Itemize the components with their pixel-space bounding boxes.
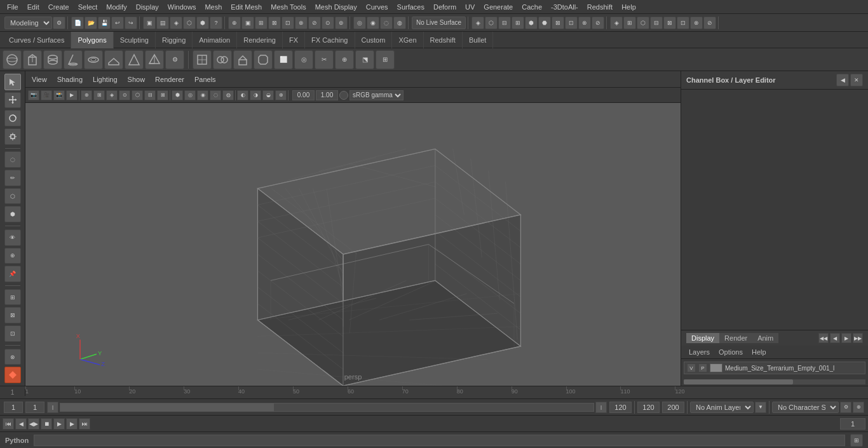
rt3-btn[interactable]: ⬡ <box>637 17 649 29</box>
cb-close-btn[interactable]: ✕ <box>850 74 863 86</box>
frame-next-btn[interactable]: ▶ <box>66 418 78 430</box>
vp-motion-btn[interactable]: ⊠ <box>157 90 168 100</box>
tab-sculpting[interactable]: Sculpting <box>114 32 156 48</box>
anim-end-input[interactable]: 200 <box>662 402 684 413</box>
extra2-btn[interactable]: ⬡ <box>485 17 498 29</box>
menu-mesh-tools[interactable]: Mesh Tools <box>266 2 310 12</box>
vp-subdiv-btn[interactable]: ⬢ <box>172 90 183 100</box>
timeline-track[interactable]: 1102030405060708090100110120 <box>25 386 681 399</box>
layer-opt-options[interactable]: Options <box>715 347 747 357</box>
range-end-input[interactable]: 120 <box>609 402 632 413</box>
new-scene-btn[interactable]: 📄 <box>71 17 84 29</box>
vp-cam2-btn[interactable]: 🎥 <box>41 90 52 100</box>
shelf-bridge-btn[interactable]: ⬜ <box>274 50 293 69</box>
quick-layout-btn[interactable]: ⊞ <box>4 289 21 306</box>
menu-generate[interactable]: Generate <box>479 2 517 12</box>
shelf-cube-btn[interactable] <box>23 50 42 69</box>
layer-prev-btn[interactable]: ◀◀ <box>818 333 829 343</box>
vp-colorspace-select[interactable]: sRGB gamma <box>349 90 403 100</box>
script-editor-expand-btn[interactable]: ⊞ <box>850 434 863 447</box>
tab-polygons[interactable]: Polygons <box>71 32 113 48</box>
shelf-gear-btn[interactable]: ⚙ <box>165 50 184 69</box>
vp-menu-renderer[interactable]: Renderer <box>151 74 188 85</box>
menu-display[interactable]: Display <box>132 2 163 12</box>
tab-fx[interactable]: FX <box>283 32 305 48</box>
vp-menu-view[interactable]: View <box>28 74 51 85</box>
shelf-extrude-btn[interactable] <box>233 50 252 69</box>
menu-file[interactable]: File <box>3 2 23 12</box>
vp-cam3-btn[interactable]: 📸 <box>53 90 65 100</box>
char-set-extra-btn[interactable]: ⊕ <box>853 402 864 413</box>
shelf-bevel-btn[interactable] <box>254 50 273 69</box>
tab-curves-surfaces[interactable]: Curves / Surfaces <box>3 32 71 48</box>
layer-tab-render[interactable]: Render <box>719 333 752 343</box>
menu-windows[interactable]: Windows <box>163 2 201 12</box>
sel6-btn[interactable]: ? <box>210 17 222 29</box>
shelf-combine-btn[interactable] <box>213 50 232 69</box>
marquee-btn[interactable]: ⬢ <box>4 206 21 222</box>
snap1-btn[interactable]: ⊕ <box>228 17 241 29</box>
open-btn[interactable]: 📂 <box>85 17 97 29</box>
range-start-marker[interactable]: | <box>47 402 58 413</box>
extra1-btn[interactable]: ◈ <box>471 17 484 29</box>
redo-btn[interactable]: ↪ <box>125 17 137 29</box>
show-hide-btn[interactable]: 👁 <box>4 229 21 246</box>
shelf-cone-btn[interactable] <box>64 50 83 69</box>
range-track[interactable] <box>60 403 594 412</box>
menu-edit-mesh[interactable]: Edit Mesh <box>226 2 266 12</box>
vp-anim-btn[interactable]: ▶ <box>66 90 78 100</box>
menu-mesh[interactable]: Mesh <box>200 2 226 12</box>
extra7-btn[interactable]: ⊠ <box>552 17 564 29</box>
vp-menu-panels[interactable]: Panels <box>191 74 220 85</box>
vp-grid-vis-btn[interactable]: ⊟ <box>144 90 156 100</box>
vp-menu-shading[interactable]: Shading <box>53 74 86 85</box>
extra6-btn[interactable]: ⬣ <box>538 17 551 29</box>
tab-redshift[interactable]: Redshift <box>424 32 463 48</box>
rt1-btn[interactable]: ◈ <box>610 17 623 29</box>
menu-surfaces[interactable]: Surfaces <box>393 2 429 12</box>
rt6-btn[interactable]: ⊡ <box>677 17 689 29</box>
play-fwd-btn[interactable]: ▶ <box>53 418 65 430</box>
tab-animation[interactable]: Animation <box>193 32 237 48</box>
layer-tab-display[interactable]: Display <box>686 333 719 343</box>
vp-select-btn[interactable]: ◈ <box>106 90 118 100</box>
vp-ao-btn[interactable]: ◑ <box>250 90 261 100</box>
snap-btn[interactable]: ⊕ <box>4 248 21 264</box>
tab-rendering[interactable]: Rendering <box>237 32 283 48</box>
shelf-torus-btn[interactable] <box>84 50 103 69</box>
rt2-btn[interactable]: ⊞ <box>623 17 636 29</box>
vp-render-btn[interactable]: ◎ <box>184 90 196 100</box>
frame-current-input[interactable]: 1 <box>25 402 44 413</box>
vp-gamma-input[interactable] <box>316 90 338 100</box>
vp-menu-lighting[interactable]: Lighting <box>89 74 121 85</box>
shelf-mirror-btn[interactable]: ⬔ <box>355 50 374 69</box>
frame-start-input[interactable]: 1 <box>4 402 23 413</box>
vp-shade-btn[interactable]: ◉ <box>197 90 208 100</box>
shelf-prism-btn[interactable] <box>125 50 144 69</box>
character-set-select[interactable]: No Character Set <box>772 402 839 413</box>
vp-menu-show[interactable]: Show <box>124 74 149 85</box>
menu-3dtoall[interactable]: -3DtoAll- <box>546 2 583 12</box>
snap4-btn[interactable]: ⊠ <box>268 17 281 29</box>
render3-btn[interactable]: ◌ <box>380 17 393 29</box>
layer-scroll-thumb[interactable] <box>684 379 793 384</box>
anim-layer-select[interactable]: No Anim Layer <box>690 402 754 413</box>
shelf-target-weld-btn[interactable]: ◎ <box>294 50 313 69</box>
rotate-tool-btn[interactable] <box>4 110 21 126</box>
save-btn[interactable]: 💾 <box>98 17 111 29</box>
paint-btn[interactable]: ✏ <box>4 170 21 186</box>
layer-fwd-btn[interactable]: ▶ <box>841 333 851 343</box>
redshift-icon-btn[interactable] <box>4 367 21 383</box>
pin-btn[interactable]: 📌 <box>4 266 21 282</box>
lasso-btn[interactable]: ⬡ <box>4 188 21 205</box>
layer-opt-layers[interactable]: Layers <box>685 347 714 357</box>
mode-dropdown[interactable]: Modeling <box>4 17 52 29</box>
vp-aa-btn[interactable]: ◒ <box>262 90 274 100</box>
extra4-btn[interactable]: ⊞ <box>512 17 524 29</box>
tab-rigging[interactable]: Rigging <box>156 32 193 48</box>
tab-bullet[interactable]: Bullet <box>463 32 494 48</box>
layer-tab-anim[interactable]: Anim <box>752 333 778 343</box>
rt8-btn[interactable]: ⊘ <box>703 17 716 29</box>
shelf-connect-btn[interactable]: ⊕ <box>335 50 354 69</box>
menu-select[interactable]: Select <box>74 2 102 12</box>
